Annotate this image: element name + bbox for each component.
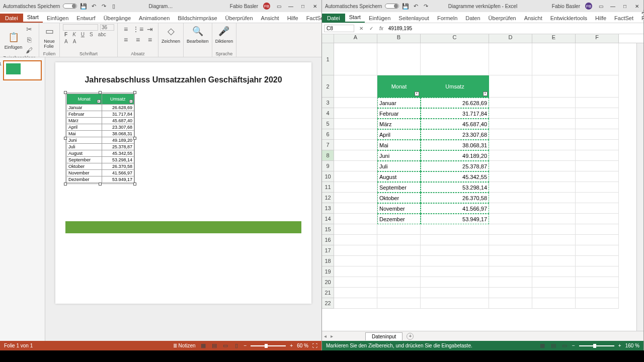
cell[interactable] xyxy=(489,182,532,193)
cell[interactable] xyxy=(421,235,489,245)
undo-icon[interactable]: ↶ xyxy=(90,3,97,10)
fx-icon[interactable]: fx xyxy=(376,26,386,31)
row-head-9[interactable]: 9 xyxy=(322,161,334,171)
cell[interactable] xyxy=(532,43,576,75)
tab-start[interactable]: Start xyxy=(345,13,365,23)
cell[interactable] xyxy=(532,193,576,203)
row-head-4[interactable]: 4 xyxy=(322,108,334,119)
table-cell[interactable]: Februar xyxy=(67,111,102,118)
row-head-19[interactable]: 19 xyxy=(322,266,334,277)
tab-ueberpruefen[interactable]: Überprüfen xyxy=(485,14,520,23)
cell[interactable] xyxy=(334,235,377,245)
cell[interactable] xyxy=(489,43,532,75)
cell[interactable] xyxy=(489,119,532,129)
undo-icon[interactable]: ↶ xyxy=(412,3,419,10)
cell[interactable] xyxy=(532,129,576,140)
cell[interactable] xyxy=(489,224,532,235)
cell[interactable] xyxy=(334,43,377,75)
table-cell[interactable]: März xyxy=(67,118,102,124)
cell[interactable] xyxy=(576,266,619,277)
cell[interactable] xyxy=(377,266,421,277)
row-head-22[interactable]: 22 xyxy=(322,298,334,309)
col-head-A[interactable]: A xyxy=(334,34,377,43)
vertical-scrollbar[interactable] xyxy=(636,43,643,331)
underline-button[interactable]: U xyxy=(79,31,86,38)
new-slide-button[interactable]: ▭Neue Folie xyxy=(42,24,56,49)
bearbeiten-button[interactable]: 🔍Bearbeiten xyxy=(187,24,209,44)
cell[interactable] xyxy=(576,214,619,224)
cell[interactable] xyxy=(532,140,576,150)
cell[interactable] xyxy=(489,288,532,298)
cell[interactable] xyxy=(421,224,489,235)
cell-umsatz[interactable]: 26.370,58 xyxy=(421,193,489,203)
cell[interactable] xyxy=(576,171,619,182)
bold-button[interactable]: F xyxy=(63,31,69,38)
tab-entwicklertools[interactable]: Entwicklertools xyxy=(546,14,591,23)
ppt-user-avatar[interactable]: FB xyxy=(263,3,270,10)
bullets-icon[interactable]: ≡ xyxy=(121,24,131,34)
table-cell[interactable]: 45.687,40 xyxy=(102,118,134,124)
zoom-out-icon[interactable]: − xyxy=(572,343,575,348)
table-cell[interactable]: Oktober xyxy=(67,163,102,170)
tab-nav-first-icon[interactable]: ◂ xyxy=(322,333,329,339)
cell[interactable] xyxy=(334,161,377,171)
zoom-out-icon[interactable]: − xyxy=(244,343,247,348)
reading-view-icon[interactable]: ▭ xyxy=(222,342,229,349)
tab-entwurf[interactable]: Entwurf xyxy=(72,14,99,23)
table-cell[interactable]: November xyxy=(67,170,102,176)
cell[interactable] xyxy=(334,203,377,214)
cell[interactable] xyxy=(334,256,377,266)
cell[interactable] xyxy=(334,119,377,129)
sorter-view-icon[interactable]: ▤ xyxy=(211,342,218,349)
row-head-6[interactable]: 6 xyxy=(322,129,334,140)
diktieren-button[interactable]: 🎤Diktieren xyxy=(215,24,233,44)
font-name[interactable] xyxy=(63,24,98,31)
row-head-10[interactable]: 10 xyxy=(322,171,334,182)
table-cell[interactable]: 53.949,17 xyxy=(102,176,134,183)
cell[interactable] xyxy=(532,108,576,119)
slide-table[interactable]: Monat▾ Umsatz▾ Januar26.628,69Februar31.… xyxy=(66,94,134,183)
tab-ueberpruefen[interactable]: Überprüfen xyxy=(221,14,257,23)
cell-header-monat[interactable]: Monat▾ xyxy=(377,75,421,98)
filter-icon[interactable]: ▾ xyxy=(129,100,133,103)
cell-monat[interactable]: November xyxy=(377,203,421,214)
cell[interactable] xyxy=(334,98,377,108)
row-head-5[interactable]: 5 xyxy=(322,119,334,129)
save-icon[interactable]: 💾 xyxy=(402,3,409,10)
slide-canvas[interactable]: Jahresabschluss Umsatzzahlen Geschäftsja… xyxy=(55,62,311,304)
zeichnen-button[interactable]: ◇Zeichnen xyxy=(162,24,180,44)
strike-button[interactable]: abc xyxy=(97,31,108,38)
cell-umsatz[interactable]: 23.307,68 xyxy=(421,129,489,140)
cell[interactable] xyxy=(532,277,576,288)
enter-icon[interactable]: ✓ xyxy=(366,26,376,31)
filter-icon[interactable]: ▾ xyxy=(415,92,419,96)
worksheet-grid[interactable]: A B C D E F 12Monat▾Umsatz▾3Januar26.628… xyxy=(322,34,643,331)
cell[interactable] xyxy=(489,129,532,140)
col-head-F[interactable]: F xyxy=(576,34,619,43)
redo-icon[interactable]: ↷ xyxy=(100,3,107,10)
cell-monat[interactable]: Juli xyxy=(377,161,421,171)
cell[interactable] xyxy=(489,75,532,98)
cell[interactable] xyxy=(421,256,489,266)
cell[interactable] xyxy=(334,140,377,150)
fit-icon[interactable]: ⛶ xyxy=(312,343,317,348)
slide-thumbnail-pane[interactable]: 1 xyxy=(0,57,45,341)
font-color-button[interactable]: A xyxy=(63,38,69,45)
cell-umsatz[interactable]: 38.068,31 xyxy=(421,140,489,150)
cell[interactable] xyxy=(334,129,377,140)
row-head-1[interactable]: 1 xyxy=(322,43,334,75)
table-cell[interactable]: 23.307,68 xyxy=(102,124,134,131)
tab-datei[interactable]: Datei xyxy=(0,14,23,23)
tab-hilfe[interactable]: Hilfe xyxy=(283,14,302,23)
tab-einfuegen[interactable]: Einfügen xyxy=(43,14,72,23)
tab-animationen[interactable]: Animationen xyxy=(135,14,174,23)
font-size[interactable]: 36 xyxy=(100,24,114,31)
cell[interactable] xyxy=(489,108,532,119)
cell[interactable] xyxy=(334,150,377,161)
tab-datei[interactable]: Datei xyxy=(322,14,345,23)
cell[interactable] xyxy=(489,256,532,266)
table-cell[interactable]: 31.717,84 xyxy=(102,111,134,118)
cell[interactable] xyxy=(489,266,532,277)
row-head-15[interactable]: 15 xyxy=(322,224,334,235)
xl-user-avatar[interactable]: FB xyxy=(585,3,592,10)
